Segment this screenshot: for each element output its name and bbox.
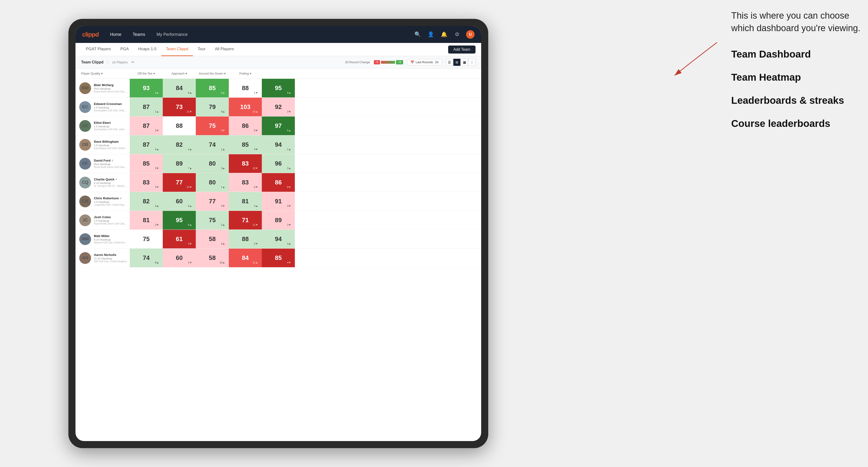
score-cell[interactable]: 803▲ <box>196 154 229 173</box>
player-row[interactable]: CQCharlie Quick ✓6-10 HandicapSt. George… <box>75 173 481 192</box>
score-cell[interactable]: 601▼ <box>163 249 196 267</box>
list-view-button[interactable]: ☰ <box>446 59 453 66</box>
score-cell[interactable]: 959▲ <box>262 79 295 97</box>
score-cell[interactable]: 882▼ <box>229 230 262 248</box>
score-cell[interactable]: 7714▼ <box>163 173 196 192</box>
options-button[interactable]: ⋮ <box>468 59 475 66</box>
player-handicap: 1-5 Handicap <box>94 144 127 147</box>
player-info-cell[interactable]: DBDave Billingham1-5 HandicapGog Magog G… <box>75 135 130 154</box>
score-cell[interactable]: 943▲ <box>262 230 295 248</box>
nav-link-home[interactable]: Home <box>108 31 123 38</box>
player-row[interactable]: MMMatt Miller6-10 HandicapWoburn Golf Cl… <box>75 230 481 249</box>
player-info-cell[interactable]: DFDavid Ford ✓Plus HandicapRoyal North D… <box>75 154 130 173</box>
player-row[interactable]: ANAaron Nicholls11-15 HandicapDrift Golf… <box>75 249 481 268</box>
score-cell[interactable]: 892▼ <box>262 211 295 229</box>
player-row[interactable]: DFDavid Ford ✓Plus HandicapRoyal North D… <box>75 154 481 173</box>
score-cell[interactable]: 923▼ <box>262 98 295 116</box>
score-cell[interactable]: 748▲ <box>130 249 163 267</box>
tab-tour[interactable]: Tour <box>193 43 210 56</box>
player-row[interactable]: BMBlair McHargPlus HandicapRoyal North D… <box>75 79 481 98</box>
score-cell[interactable]: 939▲ <box>130 79 163 97</box>
settings-icon[interactable]: ⚙ <box>453 30 461 39</box>
score-value: 93 <box>143 85 150 92</box>
score-cell[interactable]: 958▲ <box>163 211 196 229</box>
score-cell[interactable]: 881▼ <box>229 79 262 97</box>
tab-all-players[interactable]: All Players <box>210 43 239 56</box>
player-row[interactable]: ECEdward Crossman1-5 HandicapSunningdale… <box>75 98 481 117</box>
score-cell[interactable]: 8421▲ <box>229 249 262 267</box>
score-cell[interactable]: 836▼ <box>229 173 262 192</box>
player-row[interactable]: JCJosh Coles1-5 HandicapRoyal North Devo… <box>75 211 481 230</box>
player-info-cell[interactable]: BMBlair McHargPlus HandicapRoyal North D… <box>75 79 130 97</box>
player-info-cell[interactable]: CRChris Robertson ✓1-5 HandicapCraigmill… <box>75 192 130 211</box>
person-icon[interactable]: 👤 <box>427 30 435 39</box>
score-value: 85 <box>275 254 282 261</box>
player-details: Aaron Nicholls11-15 HandicapDrift Golf C… <box>94 253 127 263</box>
score-cell[interactable]: 613▼ <box>163 230 196 248</box>
annotation-area: This is where you can choose which dashb… <box>731 9 863 141</box>
score-cell[interactable]: 7111▼ <box>229 211 262 229</box>
score-cell[interactable]: 8310▼ <box>229 154 262 173</box>
edit-icon[interactable]: ✏ <box>131 60 134 64</box>
score-cell[interactable]: 871▲ <box>130 98 163 116</box>
bell-icon[interactable]: 🔔 <box>440 30 448 39</box>
score-cell[interactable]: 813▼ <box>130 211 163 229</box>
score-cell[interactable]: 975▲ <box>262 117 295 135</box>
score-cell[interactable]: 854▼ <box>262 249 295 267</box>
last-rounds-button[interactable]: 📅 Last Rounds: 20 <box>407 59 442 65</box>
player-info-cell[interactable]: CQCharlie Quick ✓6-10 HandicapSt. George… <box>75 173 130 192</box>
score-change: 8▲ <box>155 261 159 264</box>
player-info-cell[interactable]: ECEdward Crossman1-5 HandicapSunningdale… <box>75 98 130 116</box>
score-cell[interactable]: 801▲ <box>196 173 229 192</box>
score-cell[interactable]: 741▲ <box>196 135 229 154</box>
score-cell[interactable]: 873▼ <box>130 117 163 135</box>
add-team-button[interactable]: Add Team <box>448 45 475 54</box>
player-info-cell[interactable]: MMMatt Miller6-10 HandicapWoburn Golf Cl… <box>75 230 130 248</box>
score-cell[interactable]: 846▲ <box>163 79 196 97</box>
player-row[interactable]: DBDave Billingham1-5 HandicapGog Magog G… <box>75 135 481 154</box>
score-cell[interactable]: 88 <box>163 117 196 135</box>
player-club: Craigmillar Park, United Kingdom <box>94 204 127 206</box>
heatmap-view-button[interactable]: ▦ <box>461 59 468 66</box>
view-toggle: ☰ ⊞ ▦ ⋮ <box>446 59 475 66</box>
score-cell[interactable]: 10315▲ <box>229 98 262 116</box>
score-cell[interactable]: 753▼ <box>196 117 229 135</box>
score-cell[interactable]: 7311▼ <box>163 98 196 116</box>
avatar[interactable]: U <box>466 30 474 39</box>
score-cell[interactable]: 823▲ <box>130 192 163 211</box>
score-cell[interactable]: 858▲ <box>196 79 229 97</box>
player-info-cell[interactable]: ANAaron Nicholls11-15 HandicapDrift Golf… <box>75 249 130 267</box>
score-cell[interactable]: 913▼ <box>262 192 295 211</box>
score-cell[interactable]: 799▲ <box>196 98 229 116</box>
player-row[interactable]: EEElliot Ebert1-5 HandicapSunningdale Go… <box>75 117 481 135</box>
player-row[interactable]: CRChris Robertson ✓1-5 HandicapCraigmill… <box>75 192 481 211</box>
tab-pga[interactable]: PGA <box>116 43 133 56</box>
score-cell[interactable]: 602▲ <box>163 192 196 211</box>
score-cell[interactable]: 833▼ <box>130 173 163 192</box>
tab-team-clippd[interactable]: Team Clippd <box>161 43 193 56</box>
player-info-cell[interactable]: EEElliot Ebert1-5 HandicapSunningdale Go… <box>75 117 130 135</box>
search-icon[interactable]: 🔍 <box>413 30 422 39</box>
score-cell[interactable]: 866▼ <box>229 117 262 135</box>
score-cell[interactable]: 814▲ <box>229 192 262 211</box>
score-cell[interactable]: 824▲ <box>163 135 196 154</box>
score-cell[interactable]: 5810▲ <box>196 249 229 267</box>
score-cell[interactable]: 853▼ <box>130 154 163 173</box>
score-cell[interactable]: 897▲ <box>163 154 196 173</box>
score-cell[interactable]: 963▲ <box>262 154 295 173</box>
tab-pgat-players[interactable]: PGAT Players <box>81 43 116 56</box>
score-cell[interactable]: 874▲ <box>130 135 163 154</box>
player-info-cell[interactable]: JCJosh Coles1-5 HandicapRoyal North Devo… <box>75 211 130 229</box>
score-cell[interactable]: 868▼ <box>262 173 295 192</box>
score-cell[interactable]: 584▲ <box>196 230 229 248</box>
nav-link-myperformance[interactable]: My Performance <box>155 31 190 38</box>
score-cell[interactable]: 941▲ <box>262 135 295 154</box>
nav-link-teams[interactable]: Teams <box>131 31 147 38</box>
player-details: Charlie Quick ✓6-10 HandicapSt. George's… <box>94 178 127 187</box>
score-cell[interactable]: 752▲ <box>196 211 229 229</box>
score-cell[interactable]: 773▼ <box>196 192 229 211</box>
score-cell[interactable]: 75 <box>130 230 163 248</box>
tab-hcaps[interactable]: Hcaps 1-5 <box>133 43 161 56</box>
score-cell[interactable]: 853▼ <box>229 135 262 154</box>
grid-view-button[interactable]: ⊞ <box>453 59 460 66</box>
